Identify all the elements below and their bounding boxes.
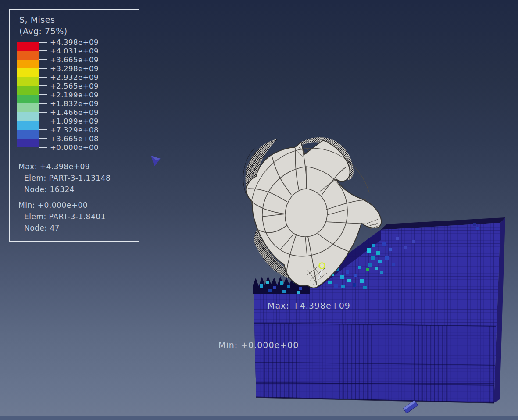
abaqus-viewport[interactable]: Max: +4.398e+09 Min: +0.000e+00 S, Mises…	[0, 0, 518, 420]
legend-band	[17, 121, 39, 130]
legend-tick	[39, 103, 47, 104]
legend-band	[17, 130, 39, 139]
legend-band	[17, 68, 39, 77]
chip-fragment-bottom	[403, 400, 418, 413]
legend-tick-label: +2.932e+09	[50, 73, 99, 82]
legend-band	[17, 51, 39, 60]
legend-tick	[39, 50, 47, 51]
legend-band	[17, 77, 39, 86]
legend-band	[17, 42, 39, 51]
legend-tick	[39, 68, 47, 69]
viewport-bottom-strip	[0, 416, 518, 420]
legend-tick-label: +2.565e+09	[50, 82, 99, 90]
legend-max-node: Node: 16324	[24, 185, 75, 194]
legend-tick	[39, 121, 47, 121]
legend-tick-label: +1.466e+09	[50, 108, 99, 117]
legend-tick-label: +0.000e+00	[50, 143, 99, 152]
legend-tick-label: +1.832e+09	[50, 100, 99, 108]
legend-band	[17, 60, 39, 68]
legend-tick-label: +2.199e+09	[50, 91, 99, 99]
legend-band	[17, 86, 39, 95]
legend-tick	[39, 59, 47, 60]
legend-title: S, Mises	[19, 15, 55, 25]
contour-legend: S, Mises (Avg: 75%) +4.398e+09 +4.031e+0…	[9, 9, 139, 242]
legend-tick	[39, 85, 47, 86]
legend-band	[17, 103, 39, 112]
legend-tick	[39, 147, 47, 148]
legend-band	[17, 95, 39, 103]
legend-band	[17, 139, 39, 147]
legend-tick	[39, 42, 47, 43]
legend-tick-label: +3.298e+09	[50, 64, 99, 73]
legend-tick-label: +3.665e+08	[50, 135, 99, 143]
legend-tick-label: +4.398e+09	[50, 38, 99, 46]
legend-max-elem: Elem: PART-3-1.13148	[24, 174, 111, 182]
legend-tick-label: +4.031e+09	[50, 47, 99, 55]
legend-min-value: Min: +0.000e+00	[18, 201, 88, 210]
legend-max-value: Max: +4.398e+09	[18, 162, 90, 171]
legend-tick-label: +7.329e+08	[50, 126, 99, 134]
legend-tick	[39, 94, 47, 95]
legend-tick	[39, 112, 47, 113]
legend-min-node: Node: 47	[24, 224, 60, 232]
legend-tick	[39, 77, 47, 78]
legend-band	[17, 112, 39, 121]
legend-tick	[39, 129, 47, 130]
legend-subtitle: (Avg: 75%)	[19, 26, 68, 36]
viewport-max-annotation: Max: +4.398e+09	[268, 301, 350, 310]
legend-tick	[39, 138, 47, 139]
legend-min-elem: Elem: PART-3-1.8401	[24, 212, 106, 221]
viewport-min-annotation: Min: +0.000e+00	[218, 340, 299, 350]
legend-tick-label: +3.665e+09	[50, 56, 99, 64]
chip-fragment-left	[151, 156, 161, 166]
legend-tick-label: +1.099e+09	[50, 117, 99, 125]
